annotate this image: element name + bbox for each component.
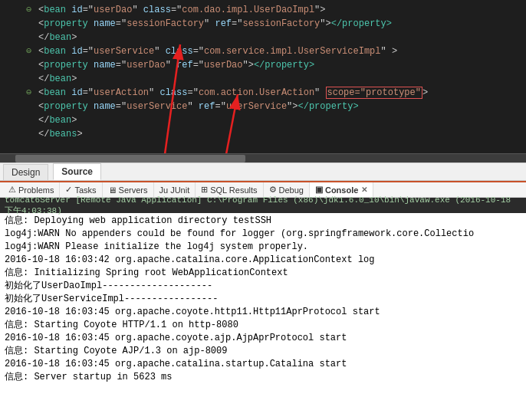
tab-label: Problems bbox=[18, 185, 54, 195]
line-collapse-arrow[interactable]: ⊖ bbox=[26, 86, 38, 100]
tab-close-button[interactable]: ✕ bbox=[361, 185, 367, 194]
code-line: <property name="sessionFactory" ref="ses… bbox=[0, 17, 526, 31]
code-line: ⊖<bean id="userDao" class="com.dao.impl.… bbox=[0, 3, 526, 17]
log-line: 信息: Initializing Spring root WebApplicat… bbox=[5, 267, 521, 280]
tab-label: Debug bbox=[279, 185, 304, 195]
log-line: 2016-10-18 16:03:45 org.apache.coyote.aj… bbox=[5, 332, 521, 345]
line-collapse-arrow[interactable]: ⊖ bbox=[26, 3, 38, 17]
line-code: <bean id="userDao" class="com.dao.impl.U… bbox=[38, 3, 523, 17]
tab-label: JUnit bbox=[170, 185, 189, 195]
code-line: </bean> bbox=[0, 31, 526, 44]
code-editor[interactable]: ⊖<bean id="userDao" class="com.dao.impl.… bbox=[0, 0, 526, 153]
tab-label: Console bbox=[325, 185, 358, 195]
line-code: <bean id="userAction" class="com.action.… bbox=[38, 86, 523, 100]
line-code: </bean> bbox=[38, 113, 523, 127]
horizontal-scrollbar[interactable] bbox=[0, 153, 526, 162]
code-editor-wrapper: ⊖<bean id="userDao" class="com.dao.impl.… bbox=[0, 0, 526, 162]
log-line: 2016-10-18 16:03:42 org.apache.catalina.… bbox=[5, 254, 521, 267]
server-info-bar: tomcat6Server [Remote Java Application] … bbox=[0, 198, 526, 213]
junit-icon: Ju bbox=[159, 185, 169, 195]
console-icon: ▣ bbox=[315, 185, 323, 195]
log-line: 信息: Deploying web application directory … bbox=[5, 215, 521, 228]
tab-design[interactable]: Design bbox=[3, 164, 48, 180]
line-code: </bean> bbox=[38, 31, 523, 44]
console-output[interactable]: 信息: Deploying web application directory … bbox=[0, 213, 526, 420]
log-line: log4j:WARN No appenders could be found f… bbox=[5, 228, 521, 241]
servers-icon: 🖥 bbox=[108, 185, 117, 195]
code-line: ⊖<bean id="userAction" class="com.action… bbox=[0, 86, 526, 100]
line-code: <property name="userService" ref="userSe… bbox=[38, 100, 523, 113]
code-line: <property name="userDao" ref="userDao"><… bbox=[0, 58, 526, 72]
tab-label: SQL Results bbox=[210, 185, 257, 195]
bottom-panel: ⚠Problems✓Tasks🖥ServersJuJUnit⊞SQL Resul… bbox=[0, 181, 526, 420]
app-container: ⊖<bean id="userDao" class="com.dao.impl.… bbox=[0, 0, 526, 420]
code-line: ⊖<bean id="userService" class="com.servi… bbox=[0, 44, 526, 58]
tab-label: Tasks bbox=[74, 185, 96, 195]
line-collapse-arrow[interactable]: ⊖ bbox=[26, 44, 38, 58]
code-line: </beans> bbox=[0, 127, 526, 141]
code-line: </bean> bbox=[0, 113, 526, 127]
tab-label: Servers bbox=[119, 185, 148, 195]
line-code: <property name="sessionFactory" ref="ses… bbox=[38, 17, 523, 31]
line-code: </beans> bbox=[38, 127, 523, 141]
problems-icon: ⚠ bbox=[8, 185, 16, 195]
line-code: </bean> bbox=[38, 72, 523, 86]
log-line: 2016-10-18 16:03:45 org.apache.catalina.… bbox=[5, 358, 521, 371]
code-line: <property name="userService" ref="userSe… bbox=[0, 100, 526, 113]
log-line: 信息: Starting Coyote HTTP/1.1 on http-808… bbox=[5, 319, 521, 332]
log-line: 信息: Server startup in 5623 ms bbox=[5, 371, 521, 384]
line-code: <property name="userDao" ref="userDao"><… bbox=[38, 58, 523, 72]
sql results-icon: ⊞ bbox=[201, 185, 208, 195]
tasks-icon: ✓ bbox=[65, 185, 72, 195]
log-line: 初始化了UserDaoImpl-------------------- bbox=[5, 280, 521, 293]
editor-tabs-bar: Design Source bbox=[0, 162, 526, 181]
scrollbar-thumb[interactable] bbox=[15, 155, 245, 162]
log-line: 信息: Starting Coyote AJP/1.3 on ajp-8009 bbox=[5, 345, 521, 358]
tab-source[interactable]: Source bbox=[53, 163, 101, 180]
line-code: <bean id="userService" class="com.servic… bbox=[38, 44, 523, 58]
log-line: 初始化了UserServiceImpl----------------- bbox=[5, 293, 521, 306]
log-line: 2016-10-18 16:03:45 org.apache.coyote.ht… bbox=[5, 306, 521, 319]
debug-icon: ⚙ bbox=[269, 185, 277, 195]
server-info-text: tomcat6Server [Remote Java Application] … bbox=[5, 195, 521, 216]
log-line: log4j:WARN Please initialize the log4j s… bbox=[5, 241, 521, 254]
code-line: </bean> bbox=[0, 72, 526, 86]
